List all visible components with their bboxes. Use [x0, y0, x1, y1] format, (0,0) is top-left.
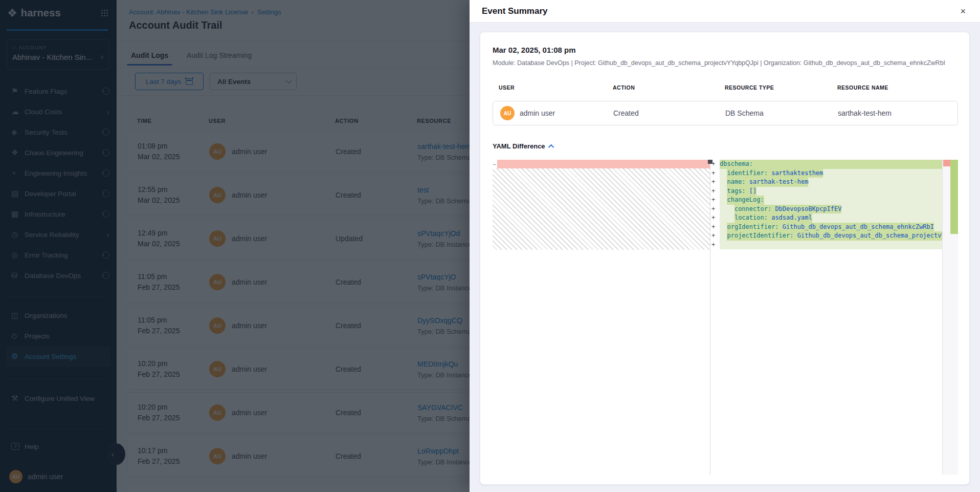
diff-added-marker: +: [711, 223, 720, 232]
yaml-value: DbDevopsoBKpcpIfEV: [771, 205, 841, 212]
sidebar-module-item[interactable]: ⚑ Feature Flags i ›: [0, 81, 117, 101]
yaml-value: Github_db_devops_aut_db_schema_ehnkcZwRb…: [779, 223, 934, 230]
yaml-key: connector:: [734, 205, 771, 212]
info-icon[interactable]: i: [102, 272, 109, 279]
resource-link[interactable]: DyySOxqgCQ: [417, 316, 471, 325]
app-window: ❖ harness ⌂ ACCOUNT Abhinav - Kitchen Si…: [0, 0, 980, 492]
info-icon[interactable]: i: [102, 251, 109, 259]
yaml-difference-toggle[interactable]: YAML Difference: [493, 142, 554, 150]
breadcrumb-settings-link[interactable]: Settings: [257, 8, 281, 16]
user-cell: AU admin user: [209, 219, 267, 259]
diff-added-marker: +: [711, 213, 720, 223]
sidebar-module-item[interactable]: ◔ Engineering Insights i ›: [0, 163, 117, 183]
summary-resource-name-cell: sarthak-test-hem: [838, 101, 892, 125]
sidebar-module-item[interactable]: ▤ Developer Portal i ›: [0, 183, 117, 204]
summary-header-user: USER: [499, 84, 515, 91]
resource-link[interactable]: sPVtaqcYjO: [417, 273, 472, 281]
user-avatar: AU: [209, 317, 226, 334]
time-cell: 10:20 pm Feb 27, 2025: [138, 393, 180, 433]
sidebar-nav-item[interactable]: ⚙ Account Settings: [6, 346, 110, 367]
sidebar-module-item[interactable]: ◈ Security Tests i ›: [0, 122, 117, 142]
nav-label: Organizations: [25, 312, 67, 319]
diff-added-line: + connector: DbDevopsoBKpcpIfEV: [711, 205, 942, 214]
sidebar-module-item[interactable]: ◎ Error Tracking i ›: [0, 245, 117, 265]
events-filter-select[interactable]: All Events: [210, 73, 297, 90]
sidebar-collapse-toggle[interactable]: ‹: [108, 443, 125, 465]
nav-icon: ◇: [11, 331, 25, 340]
sidebar-module-item[interactable]: ❖ Chaos Engineering i ›: [0, 142, 117, 163]
event-datetime: Mar 02, 2025, 01:08 pm: [493, 46, 576, 54]
user-avatar: AU: [209, 143, 226, 160]
sidebar-nav-item[interactable]: ◇ Projects: [0, 326, 117, 346]
module-label: Infrastructure: [25, 210, 102, 218]
divider: [6, 296, 109, 296]
current-user[interactable]: AU admin user: [9, 470, 63, 483]
close-icon[interactable]: ×: [958, 6, 968, 17]
yaml-key: identifier:: [727, 169, 767, 177]
event-summary-card: Mar 02, 2025, 01:08 pm Module: Database …: [480, 32, 970, 485]
module-grid-icon[interactable]: [101, 10, 108, 17]
wrench-icon: ⚒: [11, 394, 25, 403]
divider: [6, 429, 109, 430]
sidebar-nav-item[interactable]: ◫ Organizations: [0, 305, 117, 326]
sidebar-item-help[interactable]: ? Help: [0, 436, 117, 457]
info-icon[interactable]: i: [102, 129, 109, 136]
action-cell: Created: [336, 262, 361, 302]
nav-icon: ◫: [11, 311, 25, 320]
diff-added-line: + location: asdsad.yaml: [711, 213, 942, 223]
diff-added-line: + changeLog:: [711, 196, 942, 205]
resource-link[interactable]: sarthak-test-hem: [417, 142, 471, 151]
date-range-button[interactable]: Last 7 days: [135, 73, 204, 90]
diff-removed-line: [497, 160, 710, 168]
info-icon[interactable]: i: [102, 149, 109, 156]
module-label: Developer Portal: [25, 190, 102, 198]
resource-type: Type: DB Instance: [417, 241, 472, 248]
user-avatar: AU: [500, 106, 515, 120]
filter-bar: Last 7 days All Events: [135, 73, 297, 90]
sidebar-module-item[interactable]: ☁ Cloud Costs i ›: [0, 101, 117, 122]
configure-section: ⚒ Configure Unified View: [0, 388, 117, 409]
diff-added-marker: +: [711, 169, 720, 178]
account-label: ⌂ ACCOUNT: [12, 45, 103, 50]
resource-link[interactable]: MEDIImjkQu: [417, 360, 472, 368]
yaml-key: orgIdentifier:: [727, 223, 778, 230]
module-label: Error Tracking: [25, 251, 102, 259]
info-icon[interactable]: i: [102, 169, 109, 177]
time-cell: 10:20 pm Feb 27, 2025: [138, 349, 180, 389]
user-avatar: AU: [209, 404, 226, 421]
resource-link[interactable]: LoRwppDhpt: [417, 447, 472, 455]
summary-resource-type-cell: DB Schema: [725, 101, 764, 125]
sidebar-module-item[interactable]: ⛁ Database DevOps i ›: [0, 265, 117, 286]
harness-logo-icon: ❖: [7, 8, 17, 19]
tab[interactable]: Audit Logs: [129, 47, 170, 66]
account-selector[interactable]: ⌂ ACCOUNT Abhinav - Kitchen Sin... ›: [7, 39, 109, 70]
info-icon[interactable]: i: [102, 210, 109, 218]
diff-overview-ruler[interactable]: [943, 160, 958, 475]
nav-label: Projects: [25, 332, 50, 340]
diff-pane-divider[interactable]: [710, 160, 710, 475]
info-icon[interactable]: i: [102, 88, 109, 95]
sidebar-item-configure-unified-view[interactable]: ⚒ Configure Unified View: [0, 388, 117, 409]
action-cell: Created: [336, 175, 361, 215]
column-header-action: ACTION: [335, 118, 359, 124]
resource-type: Type: DB Schema: [417, 328, 471, 335]
user-cell: AU admin user: [209, 262, 267, 302]
info-icon[interactable]: i: [102, 190, 109, 197]
resource-link[interactable]: SAYGVACIVC: [417, 403, 471, 412]
tab[interactable]: Audit Log Streaming: [185, 47, 254, 66]
active-module-indicator: [7, 29, 108, 31]
summary-header-resource-name: RESOURCE NAME: [837, 84, 888, 91]
resource-link[interactable]: test: [417, 186, 471, 194]
calendar-icon: [186, 78, 193, 85]
yaml-value: sarthak-test-hem: [746, 178, 809, 185]
module-label: Chaos Engineering: [25, 149, 102, 157]
sidebar-module-item[interactable]: ◷ Service Reliability i ›: [0, 224, 117, 245]
diff-added-marker: +: [711, 160, 720, 169]
sidebar-module-item[interactable]: ▦ Infrastructure i ›: [0, 204, 117, 224]
diff-added-line: + projectIdentifier: Github_db_devops_au…: [711, 231, 942, 241]
yaml-key: name:: [727, 178, 745, 185]
breadcrumb-account-link[interactable]: Account: Abhinav - Kitchen Sink License: [129, 8, 248, 16]
yaml-value: sarthaktesthem: [768, 169, 823, 177]
resource-link[interactable]: sPVtaqcYjOd: [417, 229, 472, 238]
yaml-diff-viewer[interactable]: − + dbschema: + identif: [493, 160, 958, 475]
